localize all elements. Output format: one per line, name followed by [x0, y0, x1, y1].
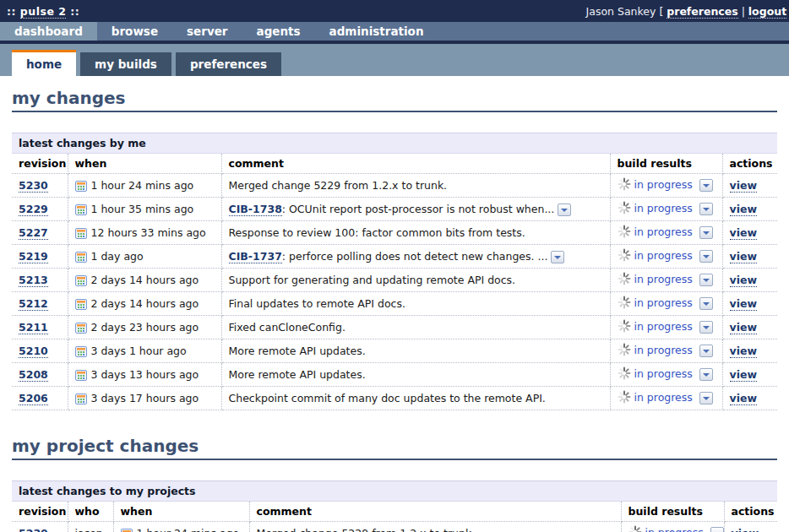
revision-link[interactable]: 5206 [19, 392, 48, 405]
view-link[interactable]: view [730, 392, 757, 405]
comment-text: : OCUnit report post-processor is not ro… [282, 203, 554, 215]
revision-link[interactable]: 5230 [19, 527, 48, 532]
revision-link[interactable]: 5230 [19, 179, 48, 193]
build-status-link[interactable]: in progress [634, 296, 693, 309]
section-heading-my-project-changes: my project changes [12, 436, 777, 460]
build-results-cell: in progress [610, 269, 722, 292]
issue-link[interactable]: CIB-1737 [229, 250, 282, 263]
when-cell: 2 days 14 hours ago [68, 292, 221, 316]
build-actions-button[interactable] [699, 226, 713, 239]
actions-cell: view [722, 387, 777, 410]
build-actions-button[interactable] [699, 179, 713, 192]
link-divider: | [742, 5, 745, 18]
build-results-cell: in progress [610, 198, 722, 221]
view-link[interactable]: view [730, 179, 757, 193]
when-cell: 3 days 17 hours ago [68, 387, 221, 410]
build-status-link[interactable]: in progress [634, 202, 693, 214]
build-status-link[interactable]: in progress [634, 273, 693, 285]
revision-link[interactable]: 5219 [19, 250, 48, 263]
brand-link[interactable]: pulse 2 [20, 5, 67, 19]
build-actions-button[interactable] [699, 368, 713, 381]
build-results-cell: in progress [621, 522, 724, 532]
nav-item-administration[interactable]: administration [315, 22, 438, 41]
nav-item-agents[interactable]: agents [242, 22, 315, 41]
tab-my-builds[interactable]: my builds [80, 52, 171, 76]
spinner-icon [618, 177, 631, 193]
build-actions-button[interactable] [699, 345, 713, 357]
build-status-link[interactable]: in progress [634, 367, 693, 380]
view-link[interactable]: view [730, 226, 757, 240]
actions-cell: view [722, 363, 777, 387]
revision-link[interactable]: 5213 [19, 274, 48, 287]
build-actions-button[interactable] [699, 203, 713, 215]
who-cell: jason [68, 522, 113, 532]
revision-link[interactable]: 5211 [19, 321, 48, 334]
revision-cell: 5206 [12, 387, 68, 410]
build-actions-button[interactable] [699, 274, 713, 286]
revision-cell: 5208 [12, 363, 68, 387]
comment-cell: CIB-1738: OCUnit report post-processor i… [221, 198, 610, 221]
column-header-actions: actions [722, 154, 777, 174]
when-cell: 2 days 23 hours ago [68, 316, 221, 339]
open-bracket: [ [659, 5, 663, 18]
view-link[interactable]: view [730, 250, 757, 263]
build-status-link[interactable]: in progress [634, 249, 693, 262]
logout-link[interactable]: logout [748, 5, 786, 19]
nav-item-server[interactable]: server [172, 22, 242, 41]
revision-link[interactable]: 5212 [19, 297, 48, 311]
build-actions-button[interactable] [699, 392, 713, 404]
build-actions-button[interactable] [699, 297, 713, 310]
revision-cell: 5230 [12, 522, 68, 532]
when-cell: 12 hours 33 mins ago [68, 221, 221, 245]
comment-expand-button[interactable] [558, 204, 571, 216]
spinner-icon [618, 296, 631, 312]
nav-item-browse[interactable]: browse [97, 22, 172, 41]
build-status-link[interactable]: in progress [634, 178, 693, 191]
brand-prefix: :: [7, 5, 16, 18]
build-actions-button[interactable] [699, 321, 713, 334]
when-text: 12 hours 33 mins ago [91, 226, 206, 239]
build-status-link[interactable]: in progress [634, 391, 693, 404]
actions-cell: view [722, 292, 777, 316]
view-link[interactable]: view [730, 321, 757, 334]
revision-link[interactable]: 5208 [19, 368, 48, 382]
when-cell: 1 hour 24 mins ago [113, 522, 249, 532]
view-link[interactable]: view [732, 527, 759, 532]
spinner-icon [618, 390, 631, 406]
column-header-revision: revision [12, 502, 68, 522]
view-link[interactable]: view [730, 345, 757, 358]
view-link[interactable]: view [730, 368, 757, 382]
issue-link[interactable]: CIB-1738 [229, 203, 282, 216]
user-area: Jason Sankey [ preferences | logout ] [586, 5, 789, 18]
tab-preferences[interactable]: preferences [176, 52, 281, 76]
nav-item-dashboard[interactable]: dashboard [0, 22, 97, 41]
calendar-icon [75, 180, 87, 193]
column-header-revision: revision [12, 154, 68, 174]
actions-cell: view [724, 522, 777, 532]
revision-link[interactable]: 5227 [19, 226, 48, 240]
build-status-link[interactable]: in progress [634, 344, 693, 356]
build-status-link[interactable]: in progress [634, 320, 693, 333]
build-actions-button[interactable] [699, 250, 713, 263]
brand: :: pulse 2 :: [7, 5, 79, 18]
spinner-icon [618, 225, 631, 241]
revision-link[interactable]: 5229 [19, 203, 48, 216]
revision-link[interactable]: 5210 [19, 345, 48, 358]
view-link[interactable]: view [730, 297, 757, 311]
comment-cell: More remote API updates. [221, 363, 610, 387]
comment-expand-button[interactable] [551, 251, 564, 263]
build-results-cell: in progress [610, 387, 722, 410]
panel-title: latest changes by me [12, 133, 777, 154]
preferences-link[interactable]: preferences [667, 5, 737, 19]
build-status-link[interactable]: in progress [634, 225, 693, 238]
view-link[interactable]: view [730, 203, 757, 216]
build-status-link[interactable]: in progress [645, 526, 704, 532]
calendar-icon [75, 345, 87, 358]
view-link[interactable]: view [730, 274, 757, 287]
tab-home[interactable]: home [12, 50, 76, 76]
when-text: 1 day ago [91, 250, 144, 263]
page-content: my changes latest changes by me revision… [0, 88, 789, 532]
table-row: 5213 2 days 14 hours ago Support for gen… [12, 269, 777, 292]
spinner-icon [618, 366, 631, 383]
build-actions-button[interactable] [710, 527, 724, 532]
